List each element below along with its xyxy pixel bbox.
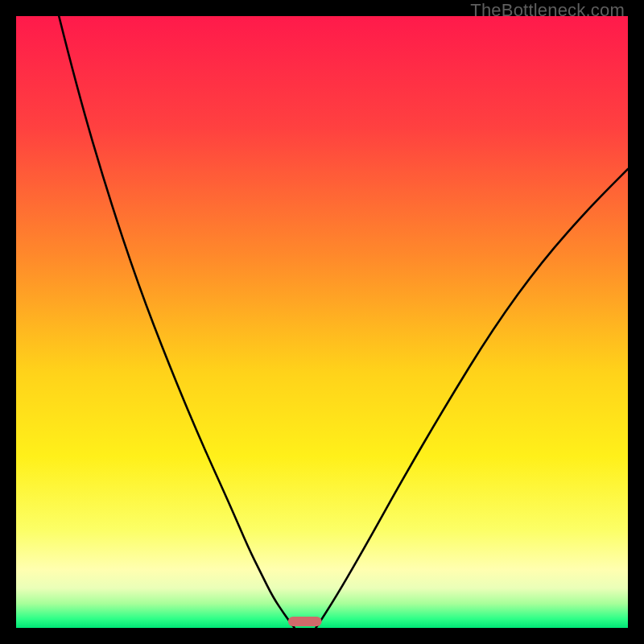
bottleneck-marker bbox=[288, 617, 322, 626]
gradient-bg bbox=[16, 16, 628, 628]
chart-frame bbox=[16, 16, 628, 628]
chart-canvas bbox=[16, 16, 628, 628]
watermark-text: TheBottleneck.com bbox=[470, 0, 625, 21]
